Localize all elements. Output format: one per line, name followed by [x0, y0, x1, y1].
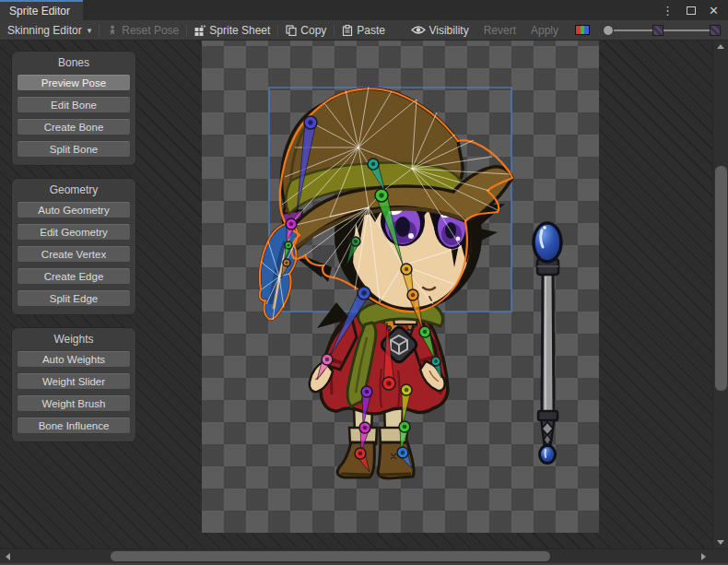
panel-title: Bones [12, 52, 135, 74]
mip-level-slider[interactable] [599, 20, 724, 41]
skinning-canvas[interactable]: Bones Preview Pose Edit Bone Create Bone… [0, 41, 728, 548]
create-bone-button[interactable]: Create Bone [17, 118, 131, 135]
mode-dropdown[interactable]: Skinning Editor ▾ [0, 20, 99, 41]
sprite-transparency-checkerboard [202, 41, 599, 533]
split-edge-button[interactable]: Split Edge [17, 289, 131, 307]
sprite-sheet-grid-icon [194, 25, 205, 36]
scroll-up-icon[interactable] [717, 44, 724, 49]
texture-thumb-icon [710, 25, 721, 36]
vertical-scrollbar[interactable] [712, 41, 728, 548]
vertical-scroll-thumb[interactable] [715, 166, 727, 391]
scroll-left-icon[interactable] [6, 553, 10, 560]
horizontal-scroll-thumb[interactable] [111, 551, 550, 561]
panel-title: Weights [12, 328, 135, 350]
paste-button[interactable]: Paste [335, 20, 393, 41]
toolbar-right-group: Visibility Revert Apply [404, 20, 728, 41]
copy-icon [286, 25, 297, 36]
pose-person-icon [107, 25, 118, 36]
bone-influence-button[interactable]: Bone Influence [17, 417, 131, 434]
auto-weights-button[interactable]: Auto Weights [17, 350, 131, 368]
panel-title: Geometry [12, 179, 135, 201]
apply-button[interactable]: Apply [523, 20, 566, 41]
auto-geometry-button[interactable]: Auto Geometry [17, 201, 131, 218]
chevron-down-icon: ▾ [88, 26, 92, 35]
slider-knob[interactable] [603, 25, 614, 36]
paste-icon [342, 25, 353, 36]
copy-button[interactable]: Copy [278, 20, 334, 41]
texture-thumb-icon [652, 25, 663, 36]
close-icon[interactable]: ✕ [709, 5, 719, 17]
panel-weights: Weights Auto Weights Weight Slider Weigh… [11, 327, 136, 442]
weight-slider-button[interactable]: Weight Slider [17, 372, 131, 390]
maximize-icon[interactable] [687, 6, 696, 15]
horizontal-scrollbar[interactable] [0, 548, 728, 563]
panel-bones: Bones Preview Pose Edit Bone Create Bone… [11, 51, 136, 166]
tab-sprite-editor[interactable]: Sprite Editor [0, 0, 83, 20]
edit-bone-button[interactable]: Edit Bone [17, 96, 131, 113]
split-bone-button[interactable]: Split Bone [17, 140, 131, 158]
panel-geometry: Geometry Auto Geometry Edit Geometry Cre… [11, 178, 136, 315]
sprite-sheet-button[interactable]: Sprite Sheet [187, 20, 277, 41]
preview-pose-button[interactable]: Preview Pose [17, 74, 131, 91]
scroll-right-icon[interactable] [701, 553, 706, 560]
reset-pose-button[interactable]: Reset Pose [100, 20, 186, 41]
revert-button[interactable]: Revert [476, 20, 523, 41]
edit-geometry-button[interactable]: Edit Geometry [17, 223, 131, 241]
rgb-channels-icon[interactable] [575, 25, 590, 35]
visibility-button[interactable]: Visibility [404, 20, 476, 41]
create-vertex-button[interactable]: Create Vertex [17, 245, 131, 263]
toolbar: Skinning Editor ▾ Reset Pose Sprite Shee… [0, 20, 728, 41]
tab-title: Sprite Editor [9, 5, 70, 18]
tab-strip: Sprite Editor ⋮ ✕ [0, 0, 728, 20]
scroll-down-icon[interactable] [717, 540, 724, 545]
sprite-editor-window: Sprite Editor ⋮ ✕ Skinning Editor ▾ Rese… [0, 0, 728, 565]
eye-icon [411, 25, 426, 35]
kebab-menu-icon[interactable]: ⋮ [662, 5, 674, 17]
window-controls: ⋮ ✕ [662, 0, 728, 20]
create-edge-button[interactable]: Create Edge [17, 267, 131, 285]
weight-brush-button[interactable]: Weight Brush [17, 394, 131, 412]
